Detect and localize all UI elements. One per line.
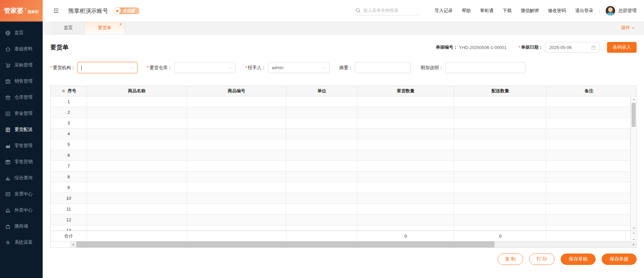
grid-cell[interactable] — [546, 193, 631, 204]
grid-cell[interactable] — [357, 182, 454, 193]
sidebar-item-chart-area[interactable]: 零售管理 — [0, 138, 43, 154]
grid-cell[interactable] — [286, 215, 357, 225]
search-input[interactable] — [363, 8, 417, 13]
topbar-link[interactable]: 下载 — [503, 8, 512, 14]
doc-date-input[interactable]: 2025-05-06 — [545, 42, 600, 53]
horizontal-scroll-track[interactable] — [71, 241, 636, 247]
edition-badge[interactable]: ★ 企业版 — [114, 7, 139, 14]
scroll-down-icon[interactable] — [632, 238, 635, 241]
topbar-link[interactable]: 帮助 — [462, 8, 471, 14]
grid-cell[interactable] — [454, 182, 546, 193]
grid-cell[interactable] — [454, 161, 546, 172]
grid-cell[interactable] — [286, 193, 357, 204]
grid-cell[interactable] — [357, 172, 454, 182]
grid-cell[interactable] — [546, 182, 631, 193]
grid-cell[interactable] — [286, 172, 357, 182]
save-draft-button[interactable]: 保存草稿 — [561, 253, 596, 265]
grid-cell[interactable] — [357, 215, 454, 225]
grid-cell[interactable] — [454, 204, 546, 215]
grid-cell[interactable] — [357, 96, 454, 107]
calendar-icon[interactable] — [591, 45, 596, 50]
sidebar-item-cart[interactable]: 采购管理 — [0, 57, 43, 73]
grid-cell[interactable] — [187, 139, 287, 150]
grid-cell[interactable] — [286, 129, 357, 139]
topbar-link[interactable]: 导入记录 — [435, 8, 453, 14]
grid-cell[interactable] — [357, 139, 454, 150]
scroll-right-icon[interactable] — [631, 241, 636, 247]
grid-cell[interactable] — [286, 96, 357, 107]
horizontal-scroll-thumb[interactable] — [76, 241, 495, 247]
grid-cell[interactable] — [187, 204, 287, 215]
grid-cell[interactable] — [454, 215, 546, 225]
grid-cell[interactable] — [546, 204, 631, 215]
grid-cell[interactable] — [357, 129, 454, 139]
grid-cell[interactable] — [546, 118, 631, 129]
grid-cell[interactable] — [454, 107, 546, 118]
grid-cell[interactable] — [87, 107, 187, 118]
grid-cell[interactable] — [286, 161, 357, 172]
grid-cell[interactable] — [187, 193, 287, 204]
copy-button[interactable]: 复 制 — [498, 253, 523, 265]
grid-cell[interactable] — [187, 182, 287, 193]
grid-cell[interactable] — [187, 172, 287, 182]
tab-home[interactable]: 首页 — [52, 21, 85, 34]
grid-cell[interactable] — [546, 150, 631, 161]
grid-cell[interactable] — [87, 182, 187, 193]
vertical-scrollbar[interactable] — [631, 97, 636, 231]
grid-cell[interactable] — [187, 129, 287, 139]
grid-cell[interactable] — [546, 96, 631, 107]
grid-cell[interactable] — [87, 139, 187, 150]
sidebar-item-gift[interactable]: 零售营销 — [0, 154, 43, 170]
avatar[interactable] — [606, 6, 615, 15]
grid-cell[interactable] — [454, 172, 546, 182]
grid-cell[interactable] — [357, 193, 454, 204]
sidebar-item-money[interactable]: 资金管理 — [0, 105, 43, 122]
grid-cell[interactable] — [87, 204, 187, 215]
grid-cell[interactable] — [454, 139, 546, 150]
sidebar-item-gear[interactable]: 系统设置 — [0, 234, 43, 250]
grid-cell[interactable] — [187, 96, 287, 107]
close-tab-icon[interactable]: × — [119, 22, 122, 27]
grid-cell[interactable] — [454, 193, 546, 204]
grid-cell[interactable] — [187, 215, 287, 225]
grid-cell[interactable] — [87, 161, 187, 172]
grid-cell[interactable] — [187, 150, 287, 161]
grid-cell[interactable] — [546, 129, 631, 139]
sidebar-item-bell[interactable]: 外卖中心 — [0, 202, 43, 218]
grid-cell[interactable] — [357, 225, 454, 231]
grid-cell[interactable] — [286, 225, 357, 231]
note-input[interactable] — [445, 62, 525, 73]
grid-cell[interactable] — [546, 161, 631, 172]
summary-input[interactable] — [355, 62, 411, 73]
tab-active[interactable]: 要货单× — [85, 21, 125, 34]
grid-cell[interactable] — [187, 118, 287, 129]
scroll-up-icon[interactable] — [631, 97, 637, 102]
grid-cell[interactable] — [546, 139, 631, 150]
grid-cell[interactable] — [454, 96, 546, 107]
grid-cell[interactable] — [87, 215, 187, 225]
grid-cell[interactable] — [546, 107, 631, 118]
grid-cell[interactable] — [286, 118, 357, 129]
grid-cell[interactable] — [286, 107, 357, 118]
grid-cell[interactable] — [357, 161, 454, 172]
sidebar-item-order[interactable]: 要货配送 — [0, 122, 43, 138]
grid-cell[interactable] — [286, 182, 357, 193]
grid-cell[interactable] — [187, 225, 287, 231]
grid-cell[interactable] — [357, 118, 454, 129]
topbar-link[interactable]: 微信解绑 — [521, 8, 539, 14]
scroll-up-icon[interactable] — [632, 232, 635, 235]
grid-cell[interactable] — [286, 139, 357, 150]
actions-dropdown[interactable]: 操作 — [621, 21, 635, 34]
grid-cell[interactable] — [546, 172, 631, 182]
grid-cell[interactable] — [286, 150, 357, 161]
grid-cell[interactable] — [187, 107, 287, 118]
print-button[interactable]: 打 印 — [529, 253, 555, 265]
grid-cell[interactable] — [454, 129, 546, 139]
topbar-link[interactable]: 修改密码 — [548, 8, 566, 14]
grid-cell[interactable] — [87, 150, 187, 161]
sidebar-item-invoice[interactable]: 发票中心 — [0, 186, 43, 202]
grid-cell[interactable] — [286, 204, 357, 215]
grid-cell[interactable] — [357, 150, 454, 161]
grid-cell[interactable] — [187, 161, 287, 172]
grid-cell[interactable] — [546, 215, 631, 225]
